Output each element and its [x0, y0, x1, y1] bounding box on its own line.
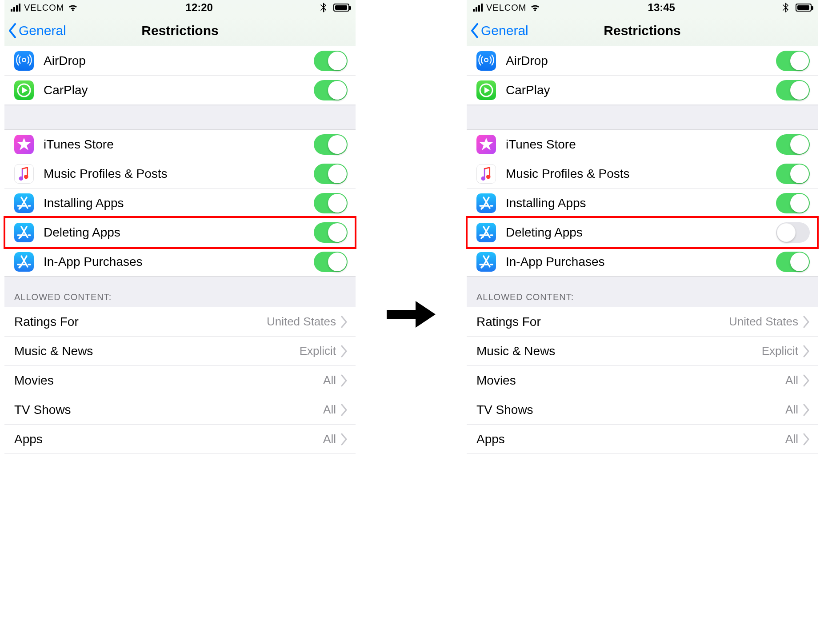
svg-point-4 [24, 174, 28, 179]
row-label: In-App Purchases [506, 255, 776, 269]
allowed-label: Music & News [14, 344, 300, 358]
toggle-switch[interactable] [776, 193, 810, 213]
group2-item-row: In-App Purchases [4, 247, 356, 277]
allowed-row[interactable]: Movies All [467, 366, 818, 395]
appstore-icon [14, 223, 34, 242]
allowed-row[interactable]: TV Shows All [467, 395, 818, 425]
clock-label: 13:45 [648, 1, 675, 14]
itunes-icon [476, 135, 496, 154]
row-label: iTunes Store [44, 137, 314, 152]
toggle-switch[interactable] [314, 252, 348, 272]
chevron-right-icon [803, 433, 810, 445]
allowed-content-header: ALLOWED CONTENT: [4, 277, 356, 307]
allowed-value: All [785, 432, 798, 446]
allowed-value: All [785, 403, 798, 417]
airdrop-icon [14, 51, 34, 71]
allowed-row[interactable]: Ratings For United States [4, 307, 356, 337]
status-right [320, 2, 349, 13]
allowed-row[interactable]: Ratings For United States [467, 307, 818, 337]
row-label: CarPlay [506, 83, 776, 97]
allowed-label: Music & News [476, 344, 762, 358]
allowed-value: Explicit [762, 344, 798, 358]
allowed-label: TV Shows [476, 403, 785, 417]
allowed-row[interactable]: Movies All [4, 366, 356, 395]
allowed-label: Ratings For [476, 315, 729, 329]
row-label: iTunes Store [506, 137, 776, 152]
status-left: VELCOM [11, 2, 78, 13]
bluetooth-icon [782, 2, 789, 13]
row-label: AirDrop [44, 54, 314, 68]
battery-icon [333, 4, 349, 12]
status-right [782, 2, 812, 13]
back-label: General [481, 23, 528, 38]
allowed-content-header: ALLOWED CONTENT: [467, 277, 818, 307]
allowed-value: All [323, 432, 336, 446]
toggle-switch[interactable] [776, 51, 810, 71]
allowed-value: All [323, 403, 336, 417]
allowed-row[interactable]: TV Shows All [4, 395, 356, 425]
svg-point-5 [19, 176, 24, 181]
allowed-label: Apps [476, 432, 785, 446]
svg-point-0 [22, 58, 26, 62]
appstore-icon [14, 252, 34, 272]
group2-item-row: Music Profiles & Posts [467, 159, 818, 189]
toggle-switch[interactable] [314, 193, 348, 213]
svg-marker-8 [484, 87, 490, 93]
back-button[interactable]: General [467, 23, 528, 38]
group1-item-row: AirDrop [4, 46, 356, 76]
toggle-switch[interactable] [776, 252, 810, 272]
chevron-right-icon [340, 433, 348, 445]
allowed-row[interactable]: Apps All [467, 425, 818, 454]
carrier-label: VELCOM [486, 3, 526, 13]
appstore-icon [476, 193, 496, 213]
allowed-label: Movies [476, 373, 785, 388]
svg-point-6 [484, 58, 488, 62]
allowed-value: United States [729, 315, 798, 329]
toggle-switch[interactable] [314, 164, 348, 184]
appstore-icon [476, 223, 496, 242]
allowed-label: Apps [14, 432, 323, 446]
toggle-switch[interactable] [776, 80, 810, 100]
transition-arrow-col [356, 0, 467, 630]
allowed-row[interactable]: Apps All [4, 425, 356, 454]
toggle-switch[interactable] [314, 222, 348, 243]
chevron-right-icon [803, 316, 810, 328]
allowed-row[interactable]: Music & News Explicit [467, 337, 818, 366]
toggle-switch[interactable] [314, 134, 348, 155]
svg-point-10 [486, 174, 491, 179]
phone-screen-right: VELCOM 13:45 General Restrictions AirDro… [467, 0, 818, 630]
carrier-label: VELCOM [24, 3, 64, 13]
row-label: Installing Apps [506, 196, 776, 210]
svg-marker-3 [17, 138, 31, 150]
toggle-switch[interactable] [776, 164, 810, 184]
toggle-switch[interactable] [776, 134, 810, 155]
chevron-right-icon [803, 374, 810, 387]
appstore-icon [476, 252, 496, 272]
section-gap [467, 105, 818, 130]
back-button[interactable]: General [4, 23, 66, 38]
toggle-switch[interactable] [314, 51, 348, 71]
group1-item-row: CarPlay [467, 76, 818, 105]
signal-icon [473, 4, 483, 12]
allowed-row[interactable]: Music & News Explicit [4, 337, 356, 366]
row-label: AirDrop [506, 54, 776, 68]
svg-marker-9 [480, 138, 493, 150]
toggle-switch[interactable] [314, 80, 348, 100]
carplay-icon [476, 80, 496, 100]
wifi-icon [68, 2, 78, 13]
row-label: Installing Apps [44, 196, 314, 210]
chevron-right-icon [803, 345, 810, 357]
carplay-icon [14, 80, 34, 100]
chevron-right-icon [340, 374, 348, 387]
row-label: Deleting Apps [44, 225, 314, 240]
toggle-switch[interactable] [776, 222, 810, 243]
group2-item-row: Deleting Apps [4, 218, 356, 247]
section-gap [4, 105, 356, 130]
group2-item-row: Deleting Apps [467, 218, 818, 247]
group2-item-row: Installing Apps [467, 189, 818, 218]
status-left: VELCOM [473, 2, 540, 13]
row-label: In-App Purchases [44, 255, 314, 269]
group1-item-row: CarPlay [4, 76, 356, 105]
battery-icon [796, 4, 812, 12]
row-label: Music Profiles & Posts [506, 167, 776, 181]
